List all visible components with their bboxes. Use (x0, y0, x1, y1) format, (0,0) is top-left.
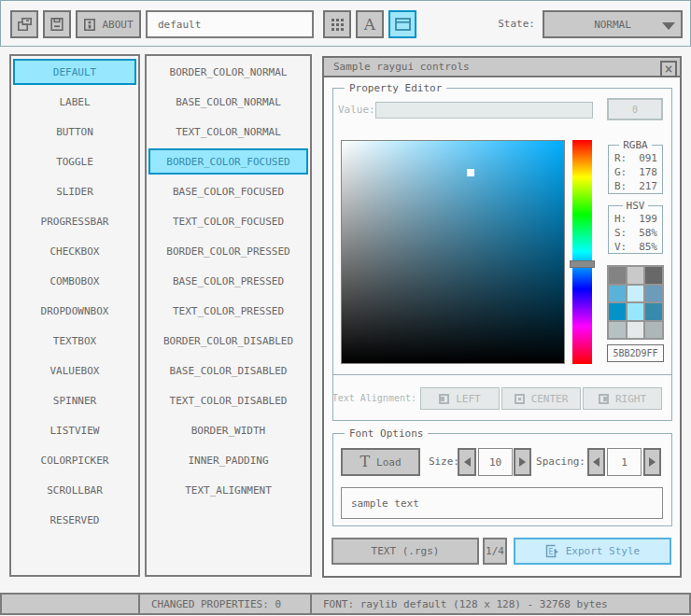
arrow-right-icon (649, 457, 656, 467)
view-controls-toggle[interactable] (388, 10, 416, 38)
list-item-checkbox[interactable]: CHECKBOX (13, 238, 136, 264)
list-item-listview[interactable]: LISTVIEW (13, 417, 136, 443)
size-decrement-button[interactable] (458, 448, 476, 476)
list-item-text-color-pressed[interactable]: TEXT_COLOR_PRESSED (148, 298, 308, 324)
svg-text:E: E (548, 548, 553, 556)
list-item-base-color-pressed[interactable]: BASE_COLOR_PRESSED (148, 268, 308, 294)
palette-cell[interactable] (628, 322, 644, 339)
arrow-left-icon (464, 457, 471, 467)
list-item-border-color-disabled[interactable]: BORDER_COLOR_DISABLED (148, 328, 308, 354)
hue-slider-handle[interactable] (570, 260, 595, 268)
list-item-colorpicker[interactable]: COLORPICKER (13, 447, 136, 473)
window-close-button[interactable]: × (660, 61, 677, 77)
palette-cell[interactable] (628, 303, 644, 320)
export-style-button[interactable]: E Export Style (514, 538, 671, 565)
list-item-dropdownbox[interactable]: DROPDOWNBOX (13, 298, 136, 324)
list-item-text-color-disabled[interactable]: TEXT_COLOR_DISABLED (148, 387, 308, 413)
statusbar-left (0, 593, 140, 615)
palette-cell[interactable] (628, 286, 644, 302)
about-button[interactable]: ABOUT (76, 10, 141, 38)
list-item-border-color-focused[interactable]: BORDER_COLOR_FOCUSED (148, 148, 308, 175)
sample-text: sample text (351, 497, 419, 510)
save-style-button[interactable] (43, 10, 71, 38)
h-value: 199 (639, 213, 657, 225)
toolbar: ABOUT default A State: NORMAL (0, 0, 691, 47)
list-item-border-color-normal[interactable]: BORDER_COLOR_NORMAL (148, 59, 308, 85)
hex-value-box[interactable]: 5BB2D9FF (607, 344, 664, 362)
align-left-button[interactable]: LEFT (420, 387, 500, 410)
style-name-input[interactable]: default (146, 10, 314, 38)
palette-cell[interactable] (628, 267, 644, 284)
spacing-decrement-button[interactable] (587, 448, 605, 476)
r-value: 091 (639, 152, 657, 164)
state-dropdown[interactable]: NORMAL (543, 10, 683, 38)
export-format-button[interactable]: TEXT (.rgs) (331, 538, 479, 565)
list-item-text-alignment[interactable]: TEXT_ALIGNMENT (148, 477, 308, 503)
align-center-button[interactable]: CENTER (501, 387, 581, 410)
color-panel[interactable] (341, 140, 565, 364)
list-item-label[interactable]: LABEL (13, 89, 136, 115)
g-value: 178 (639, 166, 657, 178)
align-left-icon (439, 394, 449, 404)
list-item-textbox[interactable]: TEXTBOX (13, 328, 136, 354)
grid-icon (331, 19, 344, 31)
palette-cell[interactable] (645, 267, 662, 284)
align-center-label: CENTER (531, 393, 569, 405)
font-load-icon: T (360, 455, 370, 469)
rguistyler-app: { "toolbar": { "about_label": "ABOUT", "… (0, 0, 691, 616)
color-cursor[interactable] (467, 169, 474, 176)
window-titlebar: Sample raygui controls (324, 58, 680, 77)
list-item-reserved[interactable]: RESERVED (13, 507, 136, 533)
value-label: Value: (338, 102, 375, 119)
value-apply-button[interactable]: 0 (607, 98, 663, 120)
spacing-value-box[interactable]: 1 (607, 448, 642, 476)
list-item-progressbar[interactable]: PROGRESSBAR (13, 208, 136, 234)
size-label: Size: (402, 448, 459, 476)
property-editor-title: Property Editor (345, 82, 446, 94)
spacing-increment-button[interactable] (643, 448, 661, 476)
statusbar-changed-properties: CHANGED PROPERTIES: 0 (138, 593, 312, 615)
page-indicator-button[interactable]: 1/4 (483, 538, 507, 565)
palette-cell[interactable] (609, 322, 626, 339)
sample-text-box[interactable]: sample text (341, 487, 663, 519)
list-item-inner-padding[interactable]: INNER_PADDING (148, 447, 308, 473)
hue-bar[interactable] (572, 140, 592, 364)
style-color-grid[interactable] (607, 265, 664, 340)
palette-cell[interactable] (609, 267, 626, 284)
open-style-button[interactable] (10, 10, 38, 38)
list-item-combobox[interactable]: COMBOBOX (13, 268, 136, 294)
list-item-default[interactable]: DEFAULT (13, 59, 136, 85)
controls-listview: DEFAULT LABEL BUTTON TOGGLE SLIDER PROGR… (9, 54, 140, 577)
list-item-scrollbar[interactable]: SCROLLBAR (13, 477, 136, 503)
palette-cell[interactable] (645, 303, 662, 320)
palette-cell[interactable] (645, 322, 662, 339)
export-file-icon: E (545, 544, 558, 558)
list-item-border-width[interactable]: BORDER_WIDTH (148, 417, 308, 443)
align-right-button[interactable]: RIGHT (583, 387, 662, 410)
list-item-spinner[interactable]: SPINNER (13, 387, 136, 413)
list-item-toggle[interactable]: TOGGLE (13, 148, 136, 175)
list-item-valuebox[interactable]: VALUEBOX (13, 357, 136, 384)
view-font-toggle[interactable]: A (356, 10, 384, 38)
palette-cell[interactable] (645, 286, 662, 302)
list-item-base-color-normal[interactable]: BASE_COLOR_NORMAL (148, 89, 308, 115)
statusbar-font-info: FONT: raylib default (128 x 128) - 32768… (310, 593, 691, 615)
state-dropdown-value: NORMAL (594, 19, 631, 31)
arrow-left-icon (593, 457, 599, 467)
size-value-box[interactable]: 10 (478, 448, 513, 476)
list-item-border-color-pressed[interactable]: BORDER_COLOR_PRESSED (148, 238, 308, 264)
palette-cell[interactable] (609, 286, 626, 302)
page-indicator-label: 1/4 (486, 545, 504, 557)
list-item-button[interactable]: BUTTON (13, 119, 136, 145)
value-input[interactable] (375, 102, 593, 119)
list-item-slider[interactable]: SLIDER (13, 178, 136, 204)
view-style-table-toggle[interactable] (323, 10, 351, 38)
palette-cell[interactable] (609, 303, 626, 320)
folder-open-icon (17, 17, 33, 32)
list-item-base-color-disabled[interactable]: BASE_COLOR_DISABLED (148, 357, 308, 384)
font-options-title: Font Options (345, 427, 428, 440)
list-item-text-color-normal[interactable]: TEXT_COLOR_NORMAL (148, 119, 308, 145)
list-item-text-color-focused[interactable]: TEXT_COLOR_FOCUSED (148, 208, 308, 234)
list-item-base-color-focused[interactable]: BASE_COLOR_FOCUSED (148, 178, 308, 204)
rgba-groupbox: RGBA R: 091 G: 178 B: 217 (608, 145, 663, 194)
